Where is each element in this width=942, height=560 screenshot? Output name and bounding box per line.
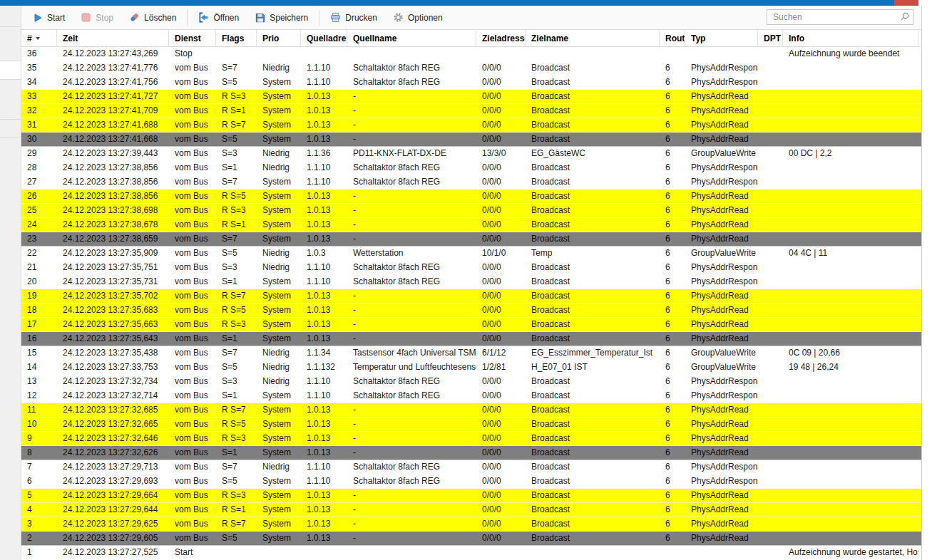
cell-dienst: vom Bus	[169, 289, 216, 303]
table-row[interactable]: 1424.12.2023 13:27:33,753vom BusS=5Niedr…	[21, 361, 921, 375]
cell-zieladresse: 6/1/12	[476, 346, 526, 360]
cell-zieladresse: 0/0/0	[476, 389, 526, 403]
column-header-zeit[interactable]: Zeit	[57, 30, 169, 46]
column-header-info[interactable]: Info	[783, 30, 918, 46]
dock-divider	[0, 137, 21, 138]
table-row[interactable]: 1824.12.2023 13:27:35,683vom BusR S=5Sys…	[21, 304, 921, 318]
cell-quelladresse: 1.1.10	[301, 175, 347, 189]
bus-monitor-panel: Start Stop Löschen Öffnen Speichern	[21, 6, 922, 560]
column-header-flags[interactable]: Flags	[216, 30, 257, 46]
column-header-typ[interactable]: Typ	[685, 30, 758, 46]
stop-button[interactable]: Stop	[73, 9, 121, 26]
column-header-dpt[interactable]: DPT	[758, 30, 783, 46]
cell-dpt	[758, 517, 783, 531]
table-row[interactable]: 2624.12.2023 13:27:38,856vom BusR S=5Sys…	[21, 190, 921, 204]
search-icon[interactable]	[899, 11, 910, 22]
cell-quellname: -	[347, 304, 476, 317]
cell-num: 20	[21, 275, 57, 289]
table-row[interactable]: 2024.12.2023 13:27:35,731vom BusS=1Syste…	[21, 275, 921, 289]
open-button[interactable]: Öffnen	[190, 9, 247, 26]
cell-typ: PhysAddrResponse	[685, 61, 758, 75]
cell-prio: Niedrig	[257, 460, 301, 474]
table-row[interactable]: 3424.12.2023 13:27:41,756vom BusS=5Syste…	[21, 76, 921, 90]
table-row[interactable]: 3524.12.2023 13:27:41,776vom BusS=7Niedr…	[21, 61, 921, 76]
cell-zielname: EG_Esszimmer_Temperatur_Ist	[526, 346, 660, 360]
cell-flags: S=5	[216, 247, 257, 260]
cell-quellname: -	[347, 532, 476, 545]
dock-item-active[interactable]	[0, 61, 21, 80]
cell-zieladresse: 0/0/0	[476, 460, 526, 474]
cell-zieladresse: 0/0/0	[476, 61, 526, 75]
table-row[interactable]: 1124.12.2023 13:27:32,685vom BusR S=7Sys…	[21, 403, 921, 418]
cell-prio: Niedrig	[257, 61, 301, 75]
print-button[interactable]: Drucken	[322, 9, 385, 26]
cell-zieladresse: 0/0/0	[476, 418, 526, 431]
table-row[interactable]: 2224.12.2023 13:27:35,909vom BusS=5Niedr…	[21, 247, 921, 261]
table-row[interactable]: 2824.12.2023 13:27:38,856vom BusS=1Niedr…	[21, 161, 921, 175]
column-header-zieladresse[interactable]: Zieladresse	[476, 30, 526, 46]
cell-dienst: vom Bus	[169, 247, 216, 260]
cell-rout: 6	[660, 403, 685, 417]
clear-button[interactable]: Löschen	[121, 9, 184, 26]
table-row[interactable]: 1724.12.2023 13:27:35,663vom BusR S=3Sys…	[21, 318, 921, 332]
column-header-zielname[interactable]: Zielname	[526, 30, 660, 46]
cell-dienst: vom Bus	[169, 104, 216, 118]
cell-quellname: Schaltaktor 8fach REG	[347, 261, 476, 274]
table-row[interactable]: 3224.12.2023 13:27:41,709vom BusR S=1Sys…	[21, 104, 921, 118]
save-button[interactable]: Speichern	[247, 9, 316, 26]
column-header-quellname[interactable]: Quellname	[347, 30, 476, 46]
cell-info	[783, 304, 918, 317]
table-row[interactable]: 3624.12.2023 13:27:43,269StopAufzeichnun…	[21, 47, 921, 61]
cell-zielname: Broadcast	[526, 275, 660, 289]
table-row[interactable]: 624.12.2023 13:27:29,693vom BusS=5System…	[21, 475, 921, 489]
table-row[interactable]: 2124.12.2023 13:27:35,751vom BusS=3Niedr…	[21, 261, 921, 275]
table-row[interactable]: 2724.12.2023 13:27:38,856vom BusS=7Syste…	[21, 175, 921, 190]
cell-prio: System	[257, 304, 301, 317]
table-row[interactable]: 1224.12.2023 13:27:32,714vom BusS=1Syste…	[21, 389, 921, 403]
window-close-icon[interactable]	[894, 0, 918, 6]
cell-quelladresse: 1.1.10	[301, 375, 347, 388]
table-row[interactable]: 2924.12.2023 13:27:39,443vom BusS=3Niedr…	[21, 147, 921, 161]
column-header-dienst[interactable]: Dienst	[169, 30, 216, 46]
table-row[interactable]: 124.12.2023 13:27:27,525StartAufzeichnun…	[21, 546, 921, 560]
save-icon	[255, 12, 265, 23]
table-row[interactable]: 724.12.2023 13:27:29,713vom BusS=7Niedri…	[21, 460, 921, 475]
cell-quelladresse: 1.1.10	[301, 389, 347, 403]
cell-zielname: Broadcast	[526, 190, 660, 203]
table-row[interactable]: 924.12.2023 13:27:32,646vom BusR S=3Syst…	[21, 432, 921, 446]
cell-zieladresse: 0/0/0	[476, 76, 526, 89]
cell-prio: System	[257, 190, 301, 203]
printer-icon	[330, 12, 341, 23]
cell-rout: 6	[660, 418, 685, 431]
table-row[interactable]: 2424.12.2023 13:27:38,678vom BusR S=1Sys…	[21, 218, 921, 232]
table-row[interactable]: 2524.12.2023 13:27:38,698vom BusR S=3Sys…	[21, 204, 921, 218]
column-header-rout[interactable]: Rout	[660, 30, 685, 46]
cell-quelladresse: 1.0.13	[301, 232, 347, 246]
cell-quelladresse: 1.0.13	[301, 90, 347, 103]
options-button[interactable]: Optionen	[385, 9, 451, 26]
column-header-num[interactable]: #	[21, 30, 57, 46]
table-row[interactable]: 2324.12.2023 13:27:38,659vom BusS=7Syste…	[21, 232, 921, 247]
table-row[interactable]: 1024.12.2023 13:27:32,665vom BusR S=5Sys…	[21, 418, 921, 432]
search-input[interactable]	[767, 9, 913, 25]
cell-num: 3	[21, 517, 57, 531]
table-row[interactable]: 824.12.2023 13:27:32,626vom BusS=1System…	[21, 446, 921, 460]
table-row[interactable]: 1324.12.2023 13:27:32,734vom BusS=3Niedr…	[21, 375, 921, 389]
cell-num: 6	[21, 475, 57, 488]
table-row[interactable]: 3324.12.2023 13:27:41,727vom BusR S=3Sys…	[21, 90, 921, 104]
table-row[interactable]: 1924.12.2023 13:27:35,702vom BusR S=7Sys…	[21, 289, 921, 304]
table-row[interactable]: 524.12.2023 13:27:29,664vom BusR S=3Syst…	[21, 489, 921, 503]
start-button[interactable]: Start	[24, 9, 73, 26]
cell-quellname: Schaltaktor 8fach REG	[347, 175, 476, 189]
table-row[interactable]: 324.12.2023 13:27:29,625vom BusR S=7Syst…	[21, 517, 921, 532]
table-row[interactable]: 1524.12.2023 13:27:35,438vom BusS=7Niedr…	[21, 346, 921, 361]
table-row[interactable]: 424.12.2023 13:27:29,644vom BusR S=1Syst…	[21, 503, 921, 517]
cell-dienst: vom Bus	[169, 418, 216, 431]
column-header-quelladresse[interactable]: Quelladresse	[301, 30, 347, 46]
cell-info	[783, 503, 918, 517]
table-row[interactable]: 224.12.2023 13:27:29,605vom BusS=5System…	[21, 532, 921, 546]
column-header-prio[interactable]: Prio	[257, 30, 301, 46]
table-row[interactable]: 3024.12.2023 13:27:41,668vom BusS=5Syste…	[21, 133, 921, 147]
table-row[interactable]: 3124.12.2023 13:27:41,688vom BusR S=7Sys…	[21, 118, 921, 133]
table-row[interactable]: 1624.12.2023 13:27:35,643vom BusS=1Syste…	[21, 332, 921, 346]
